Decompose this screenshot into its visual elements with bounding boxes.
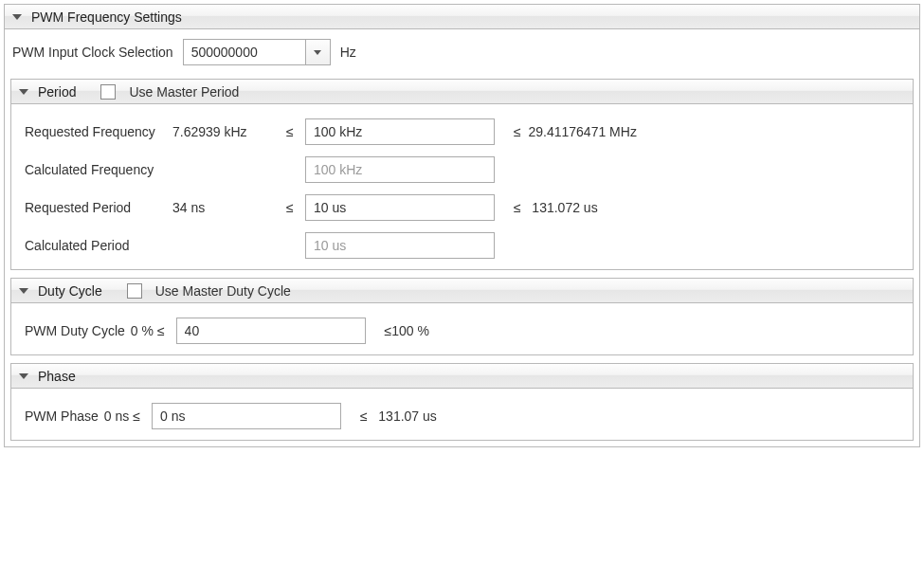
pwm-input-clock-row: PWM Input Clock Selection 500000000 Hz [12, 39, 912, 65]
calculated-period-row: Calculated Period [25, 231, 899, 260]
chevron-down-icon [314, 50, 321, 55]
calculated-period-label: Calculated Period [25, 238, 172, 253]
le-symbol: ≤ [157, 323, 165, 338]
phase-panel: Phase PWM Phase 0 ns ≤ ≤ 131.07 us [10, 363, 914, 441]
pwm-input-clock-unit: Hz [340, 45, 356, 60]
requested-period-min: 34 ns [172, 200, 286, 215]
period-body: Requested Frequency 7.62939 kHz ≤ ≤ 29.4… [11, 104, 913, 269]
pwm-duty-cycle-min: 0 % [131, 323, 154, 338]
pwm-input-clock-dropdown-button[interactable] [306, 39, 331, 65]
duty-cycle-panel: Duty Cycle Use Master Duty Cycle PWM Dut… [10, 278, 914, 355]
le-symbol: ≤ [286, 200, 305, 215]
period-panel: Period Use Master Period Requested Frequ… [10, 79, 914, 270]
pwm-phase-input[interactable] [152, 403, 341, 429]
triangle-down-icon [19, 288, 28, 294]
pwm-input-clock-label: PWM Input Clock Selection [12, 45, 173, 60]
le-symbol: ≤ [133, 409, 140, 424]
le-symbol: ≤ [514, 124, 521, 139]
calculated-frequency-label: Calculated Frequency [25, 162, 172, 177]
pwm-frequency-settings-panel: PWM Frequency Settings PWM Input Clock S… [4, 4, 920, 447]
calculated-frequency-output [305, 156, 495, 183]
pwm-phase-label: PWM Phase [25, 409, 99, 424]
requested-period-row: Requested Period 34 ns ≤ ≤ 131.072 us [25, 193, 899, 222]
requested-frequency-input[interactable] [305, 118, 495, 145]
phase-body: PWM Phase 0 ns ≤ ≤ 131.07 us [11, 389, 913, 440]
requested-frequency-max: 29.41176471 MHz [528, 124, 636, 139]
phase-title: Phase [38, 369, 76, 384]
le-symbol: ≤ [360, 409, 368, 424]
pwm-duty-cycle-max-wrap: ≤100 % [366, 323, 429, 338]
calculated-period-output [305, 232, 495, 259]
requested-period-max: 131.072 us [532, 200, 597, 215]
pwm-frequency-settings-body: PWM Input Clock Selection 500000000 Hz P… [5, 39, 919, 446]
pwm-input-clock-dropdown[interactable]: 500000000 [183, 39, 331, 65]
period-header[interactable]: Period Use Master Period [11, 80, 913, 104]
requested-period-label: Requested Period [25, 200, 172, 215]
pwm-frequency-settings-title: PWM Frequency Settings [31, 9, 182, 25]
requested-period-max-wrap: ≤ 131.072 us [495, 200, 598, 215]
triangle-down-icon [12, 14, 22, 20]
use-master-period-checkbox[interactable] [100, 84, 116, 100]
duty-cycle-body: PWM Duty Cycle 0 % ≤ ≤100 % [11, 303, 913, 354]
use-master-duty-cycle-checkbox[interactable] [127, 283, 142, 299]
requested-frequency-min: 7.62939 kHz [172, 124, 286, 139]
calculated-frequency-row: Calculated Frequency [25, 155, 899, 184]
duty-cycle-title: Duty Cycle [38, 283, 102, 299]
pwm-frequency-settings-header[interactable]: PWM Frequency Settings [5, 5, 919, 29]
le-symbol: ≤ [514, 200, 521, 215]
requested-frequency-row: Requested Frequency 7.62939 kHz ≤ ≤ 29.4… [25, 118, 899, 146]
pwm-phase-row: PWM Phase 0 ns ≤ ≤ 131.07 us [25, 402, 899, 430]
period-title: Period [38, 84, 76, 100]
pwm-duty-cycle-label: PWM Duty Cycle [25, 323, 125, 338]
pwm-duty-cycle-input[interactable] [176, 318, 366, 344]
requested-frequency-max-wrap: ≤ 29.41176471 MHz [495, 124, 637, 139]
phase-header[interactable]: Phase [11, 364, 913, 389]
pwm-duty-cycle-max: 100 % [391, 323, 429, 338]
pwm-phase-max: 131.07 us [378, 409, 437, 424]
pwm-phase-min: 0 ns [104, 409, 129, 424]
use-master-duty-cycle-label: Use Master Duty Cycle [155, 283, 291, 299]
use-master-period-label: Use Master Period [129, 84, 239, 100]
pwm-input-clock-value[interactable]: 500000000 [183, 39, 306, 65]
triangle-down-icon [19, 373, 28, 379]
pwm-phase-max-wrap: ≤ 131.07 us [341, 409, 437, 424]
triangle-down-icon [19, 89, 28, 95]
le-symbol: ≤ [286, 124, 305, 139]
requested-frequency-label: Requested Frequency [25, 124, 172, 139]
pwm-duty-cycle-row: PWM Duty Cycle 0 % ≤ ≤100 % [25, 317, 899, 345]
duty-cycle-header[interactable]: Duty Cycle Use Master Duty Cycle [11, 279, 913, 303]
requested-period-input[interactable] [305, 194, 495, 221]
